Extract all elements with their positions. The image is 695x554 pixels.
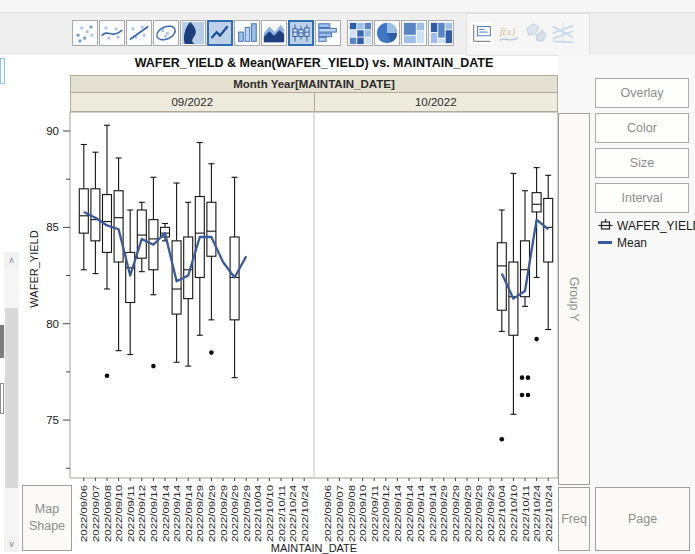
svg-text:2022/09/29: 2022/09/29 (207, 485, 217, 542)
svg-text:75: 75 (46, 414, 59, 426)
mosaic-icon[interactable] (428, 20, 454, 46)
svg-text:2022/10/04: 2022/10/04 (497, 485, 507, 542)
svg-text:2022/09/06: 2022/09/06 (323, 485, 333, 542)
box-plot-icon[interactable] (288, 20, 314, 46)
scatter-icon[interactable] (72, 20, 98, 46)
vertical-scrollbar[interactable]: ∧ ∨ (4, 252, 19, 552)
svg-text:2022/09/29: 2022/09/29 (219, 485, 229, 542)
scroll-down-icon[interactable]: ∨ (4, 536, 19, 552)
histogram-icon[interactable] (315, 20, 341, 46)
svg-text:2022/09/29: 2022/09/29 (230, 485, 240, 542)
map-shapes-icon (523, 20, 549, 46)
svg-text:2022/09/29: 2022/09/29 (486, 485, 496, 542)
svg-text:2022/09/10: 2022/09/10 (114, 485, 124, 542)
svg-text:2022/09/11: 2022/09/11 (126, 485, 136, 542)
svg-text:2022/09/29: 2022/09/29 (439, 485, 449, 542)
svg-text:2022/10/04: 2022/10/04 (253, 485, 263, 542)
svg-text:2022/09/06: 2022/09/06 (79, 485, 89, 542)
svg-text:85: 85 (46, 221, 59, 233)
panel-header-10-2022: 10/2022 (315, 93, 558, 111)
svg-text:2022/09/14: 2022/09/14 (393, 485, 403, 542)
svg-text:2022/09/10: 2022/09/10 (358, 485, 368, 542)
overlay-drop-zone[interactable]: Overlay (595, 78, 689, 108)
svg-text:2022/09/11: 2022/09/11 (370, 485, 380, 542)
svg-text:2022/09/14: 2022/09/14 (184, 485, 194, 542)
bar-chart-icon[interactable] (234, 20, 260, 46)
svg-text:2022/09/12: 2022/09/12 (381, 485, 391, 542)
map-shape-drop-zone[interactable]: Map Shape (22, 485, 72, 551)
svg-text:2022/09/07: 2022/09/07 (91, 485, 101, 542)
svg-text:2022/09/12: 2022/09/12 (137, 485, 147, 542)
area-chart-icon[interactable] (261, 20, 287, 46)
svg-text:2022/10/24: 2022/10/24 (532, 485, 542, 542)
size-drop-zone[interactable]: Size (595, 148, 689, 178)
svg-text:2022/10/24: 2022/10/24 (300, 485, 310, 542)
group-x-header: Month Year[MAINTAIN_DATE] (70, 75, 558, 93)
element-type-toolbar: f(x) (0, 13, 695, 55)
svg-text:2022/09/29: 2022/09/29 (463, 485, 473, 542)
svg-text:2022/10/10: 2022/10/10 (265, 485, 275, 542)
legend-label: WAFER_YIELD (617, 219, 695, 233)
boxplot-chart[interactable]: 908580752022/09/062022/09/072022/09/0820… (20, 112, 558, 552)
svg-text:90: 90 (46, 125, 59, 137)
toolbar-icon-row: f(x) (72, 20, 577, 46)
window-top-strip (0, 0, 695, 13)
svg-text:2022/09/08: 2022/09/08 (347, 485, 357, 542)
svg-text:2022/09/14: 2022/09/14 (416, 485, 426, 542)
color-drop-zone[interactable]: Color (595, 113, 689, 143)
legend-label: Mean (617, 236, 647, 250)
panel-header-row: 09/2022 10/2022 (70, 92, 558, 112)
heatmap-icon[interactable] (347, 20, 373, 46)
graph-builder-window: f(x) WAFER_YIELD & Mean(WAFER_YIELD) vs.… (0, 0, 695, 554)
svg-text:2022/09/29: 2022/09/29 (474, 485, 484, 542)
svg-text:2022/09/14: 2022/09/14 (428, 485, 438, 542)
svg-text:2022/09/07: 2022/09/07 (335, 485, 345, 542)
page-drop-zone[interactable]: Page (595, 487, 690, 551)
legend-item-mean[interactable]: Mean (597, 234, 695, 251)
x-axis-title: MAINTAIN_DATE (70, 542, 558, 554)
legend: WAFER_YIELD Mean (597, 217, 695, 251)
treemap-icon[interactable] (401, 20, 427, 46)
svg-text:2022/10/24: 2022/10/24 (288, 485, 298, 542)
legend-item-wafer-yield[interactable]: WAFER_YIELD (597, 217, 695, 234)
caption-box-icon[interactable] (469, 20, 495, 46)
svg-text:2022/09/14: 2022/09/14 (149, 485, 159, 542)
ellipse-icon[interactable] (153, 20, 179, 46)
group-y-drop-zone[interactable]: Group Y (558, 113, 590, 485)
smoother-icon[interactable] (99, 20, 125, 46)
pie-chart-icon[interactable] (374, 20, 400, 46)
panel-header-09-2022: 09/2022 (71, 93, 315, 111)
contour-icon[interactable] (180, 20, 206, 46)
svg-text:2022/10/11: 2022/10/11 (521, 485, 531, 542)
line-of-fit-icon[interactable] (126, 20, 152, 46)
svg-text:2022/10/24: 2022/10/24 (544, 485, 554, 542)
svg-text:2022/09/29: 2022/09/29 (242, 485, 252, 542)
svg-text:2022/10/10: 2022/10/10 (509, 485, 519, 542)
svg-text:2022/09/14: 2022/09/14 (161, 485, 171, 542)
boxplot-legend-icon (597, 219, 613, 232)
freq-drop-zone[interactable]: Freq (558, 487, 590, 551)
collapsed-panel-fragment[interactable] (0, 58, 5, 84)
formula-icon: f(x) (496, 20, 522, 46)
scroll-up-icon[interactable]: ∧ (4, 252, 19, 268)
svg-text:2022/09/14: 2022/09/14 (405, 485, 415, 542)
svg-text:2022/09/29: 2022/09/29 (451, 485, 461, 542)
svg-text:2022/09/14: 2022/09/14 (172, 485, 182, 542)
y-axis-title: WAFER_YIELD (28, 209, 40, 329)
chart-title: WAFER_YIELD & Mean(WAFER_YIELD) vs. MAIN… (70, 56, 558, 70)
interval-drop-zone[interactable]: Interval (595, 183, 689, 213)
scrollbar-thumb[interactable] (5, 308, 18, 488)
svg-text:80: 80 (46, 318, 59, 330)
svg-text:2022/09/29: 2022/09/29 (195, 485, 205, 542)
svg-text:f(x): f(x) (500, 25, 516, 38)
mean-line-legend-icon (597, 241, 613, 244)
line-chart-icon[interactable] (207, 20, 233, 46)
svg-text:2022/10/11: 2022/10/11 (277, 485, 287, 542)
svg-text:2022/09/08: 2022/09/08 (103, 485, 113, 542)
parallel-plot-icon (550, 20, 576, 46)
